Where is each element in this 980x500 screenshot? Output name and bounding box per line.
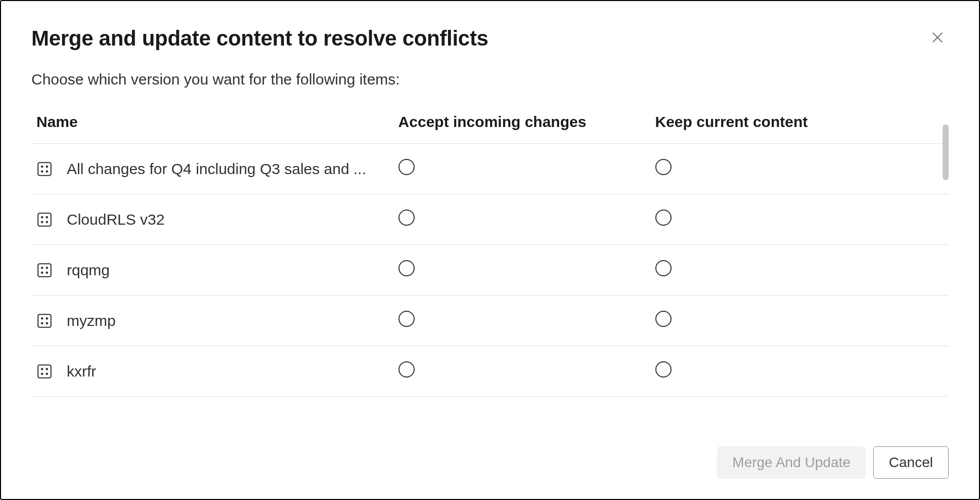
conflicts-table: Name Accept incoming changes Keep curren…: [31, 113, 949, 397]
model-icon: [36, 313, 53, 329]
column-header-name: Name: [31, 113, 398, 144]
close-icon: [930, 30, 945, 45]
svg-point-9: [47, 216, 48, 218]
svg-point-13: [41, 267, 43, 268]
name-cell: myzmp: [36, 312, 398, 329]
table-body: All changes for Q4 including Q3 sales an…: [31, 144, 949, 397]
model-icon: [36, 262, 53, 278]
radio-accept[interactable]: [398, 210, 415, 226]
item-name: rqqmg: [67, 262, 110, 279]
svg-point-11: [47, 221, 48, 223]
svg-point-15: [41, 272, 43, 273]
svg-rect-12: [38, 264, 51, 277]
svg-point-4: [47, 165, 48, 167]
svg-rect-17: [38, 314, 51, 327]
dialog-title: Merge and update content to resolve conf…: [31, 26, 488, 51]
radio-keep[interactable]: [655, 311, 672, 327]
svg-point-8: [41, 216, 43, 218]
dialog-subtitle: Choose which version you want for the fo…: [31, 71, 949, 88]
item-name: myzmp: [67, 312, 116, 329]
svg-point-19: [47, 317, 48, 319]
item-name: All changes for Q4 including Q3 sales an…: [67, 160, 366, 178]
radio-accept[interactable]: [398, 361, 415, 378]
name-cell: All changes for Q4 including Q3 sales an…: [36, 160, 398, 178]
item-name: kxrfr: [67, 363, 96, 380]
name-cell: CloudRLS v32: [36, 211, 398, 228]
svg-point-6: [47, 171, 48, 172]
svg-rect-22: [38, 365, 51, 378]
table-container: Name Accept incoming changes Keep curren…: [31, 113, 949, 431]
close-button[interactable]: [926, 26, 949, 49]
svg-point-18: [41, 317, 43, 319]
svg-rect-2: [38, 162, 51, 176]
radio-keep[interactable]: [655, 260, 672, 276]
dialog-header: Merge and update content to resolve conf…: [31, 26, 949, 51]
table-row: rqqmg: [31, 245, 949, 296]
model-icon: [36, 212, 53, 228]
scrollbar-thumb[interactable]: [943, 124, 949, 180]
dialog-footer: Merge And Update Cancel: [31, 446, 949, 479]
name-cell: kxrfr: [36, 363, 398, 380]
radio-keep[interactable]: [655, 159, 672, 175]
svg-point-10: [41, 221, 43, 223]
svg-point-16: [47, 272, 48, 273]
table-row: kxrfr: [31, 346, 949, 397]
model-icon: [36, 161, 53, 177]
table-row: myzmp: [31, 296, 949, 346]
svg-point-3: [41, 165, 43, 167]
item-name: CloudRLS v32: [67, 211, 164, 228]
radio-accept[interactable]: [398, 311, 415, 327]
merge-and-update-button[interactable]: Merge And Update: [717, 446, 866, 479]
svg-point-14: [47, 267, 48, 268]
column-header-keep: Keep current content: [655, 113, 949, 144]
radio-accept[interactable]: [398, 159, 415, 175]
cancel-button[interactable]: Cancel: [873, 446, 949, 479]
svg-point-20: [41, 322, 43, 324]
column-header-accept: Accept incoming changes: [398, 113, 655, 144]
svg-point-23: [41, 368, 43, 369]
radio-keep[interactable]: [655, 361, 672, 378]
svg-point-21: [47, 322, 48, 324]
radio-keep[interactable]: [655, 210, 672, 226]
svg-rect-7: [38, 213, 51, 226]
table-row: CloudRLS v32: [31, 194, 949, 245]
svg-point-26: [47, 373, 48, 374]
svg-point-5: [41, 171, 43, 172]
svg-point-25: [41, 373, 43, 374]
radio-accept[interactable]: [398, 260, 415, 276]
name-cell: rqqmg: [36, 262, 398, 279]
table-row: All changes for Q4 including Q3 sales an…: [31, 144, 949, 194]
model-icon: [36, 363, 53, 380]
svg-point-24: [47, 368, 48, 369]
merge-conflicts-dialog: Merge and update content to resolve conf…: [0, 0, 980, 500]
